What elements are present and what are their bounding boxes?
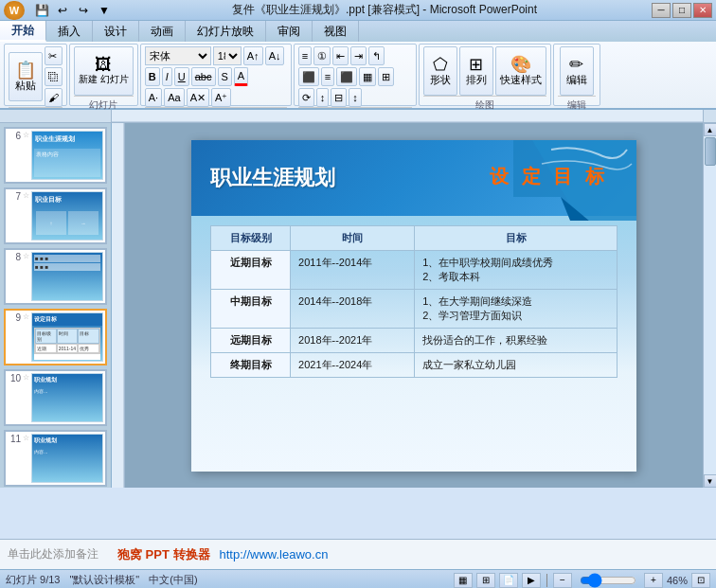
- increase-font-button[interactable]: A↑: [243, 46, 263, 65]
- copy-button[interactable]: ⿻: [45, 67, 63, 86]
- slide-thumb-7[interactable]: 7 ☆ 职业目标 ↑ →: [4, 187, 107, 244]
- number-list-button[interactable]: ①: [313, 46, 331, 65]
- slide-preview-7: 职业目标 ↑ →: [31, 191, 103, 241]
- slide-star-10: ☆: [23, 373, 29, 382]
- maximize-button[interactable]: □: [672, 3, 691, 18]
- slide-thumb-9[interactable]: 9 ☆ 设定目标 目标级别 时间 目标 近期 2011-14 优秀: [4, 309, 107, 365]
- italic-button[interactable]: I: [162, 67, 172, 86]
- bold-button[interactable]: B: [145, 67, 160, 86]
- paste-icon: 📋: [15, 62, 36, 79]
- text-dir-button[interactable]: ⟳: [298, 88, 314, 107]
- tab-insert[interactable]: 插入: [46, 21, 93, 42]
- tab-review[interactable]: 审阅: [266, 21, 313, 42]
- slide-count: 幻灯片 9/13: [6, 573, 60, 587]
- rtl-button[interactable]: ↰: [368, 46, 385, 65]
- table-header-level: 目标级别: [211, 225, 291, 250]
- align-right-button[interactable]: ⬛: [336, 67, 357, 86]
- title-bar: W 💾 ↩ ↪ ▼ 复件《职业生涯规划》.ppt [兼容模式] - Micros…: [0, 0, 716, 21]
- normal-view-button[interactable]: ▦: [454, 573, 473, 588]
- tab-home[interactable]: 开始: [0, 21, 46, 42]
- increase-indent-button[interactable]: ⇥: [350, 46, 367, 65]
- align-left-button[interactable]: ⬛: [298, 67, 319, 86]
- slide-thumb-6[interactable]: 6 ☆ 职业生涯规划 表格内容: [4, 127, 107, 184]
- format-paint-button[interactable]: 🖌: [45, 88, 63, 107]
- tab-slideshow[interactable]: 幻灯片放映: [186, 21, 266, 42]
- notes-placeholder[interactable]: 单击此处添加备注: [8, 546, 98, 562]
- shadow-button[interactable]: S: [218, 67, 232, 86]
- quick-style-icon: 🎨: [510, 56, 531, 73]
- office-button[interactable]: W: [4, 1, 25, 20]
- strikethrough-button[interactable]: abc: [191, 67, 216, 86]
- ribbon-tab-bar: 开始 插入 设计 动画 幻灯片放映 审阅 视图: [0, 21, 716, 42]
- cut-icon: ✂: [48, 50, 57, 62]
- zoom-slider[interactable]: [580, 576, 636, 585]
- font-color2-button[interactable]: A·: [145, 88, 162, 107]
- font-size-select[interactable]: 18: [213, 46, 242, 65]
- save-button[interactable]: 💾: [32, 2, 51, 19]
- row4-time: 2021年--2024年: [291, 352, 415, 377]
- arrange-button[interactable]: ⊞ 排列: [459, 46, 493, 96]
- align-center-button[interactable]: ≡: [321, 67, 334, 86]
- zoom-in-button[interactable]: +: [644, 573, 663, 588]
- redo-button[interactable]: ↪: [74, 2, 93, 19]
- slide-thumb-11[interactable]: 11 ☆ 职业规划 内容...: [4, 430, 107, 487]
- slide-canvas[interactable]: 职业生涯规划 设 定 目 标: [191, 140, 636, 472]
- row4-level: 终期目标: [211, 352, 291, 377]
- slide-thumb-8[interactable]: 8 ☆ ■ ■ ■ ■ ■ ■: [4, 248, 107, 305]
- zoom-out-button[interactable]: −: [553, 573, 572, 588]
- window-controls: ─ □ ✕: [652, 3, 712, 18]
- para-spacing-button[interactable]: ↕: [349, 88, 362, 107]
- slideshow-button[interactable]: ▶: [522, 573, 541, 588]
- notes-url[interactable]: http://www.leawo.cn: [220, 547, 329, 561]
- slide-thumb-10[interactable]: 10 ☆ 职业规划 内容...: [4, 369, 107, 426]
- title-bar-left: W 💾 ↩ ↪ ▼: [4, 0, 117, 21]
- cut-copy-fmt: ✂ ⿻ 🖌: [45, 46, 63, 107]
- edit-button[interactable]: ✏ 编辑: [560, 46, 594, 96]
- underline-button[interactable]: U: [174, 67, 189, 86]
- close-button[interactable]: ✕: [693, 3, 712, 18]
- tab-animation[interactable]: 动画: [139, 21, 186, 42]
- decrease-indent-button[interactable]: ⇤: [332, 46, 349, 65]
- tab-design[interactable]: 设计: [93, 21, 139, 42]
- slide-num-8: 8: [8, 252, 21, 262]
- reading-view-button[interactable]: 📄: [499, 573, 518, 588]
- row2-level: 中期目标: [211, 289, 291, 328]
- font-family-select[interactable]: 宋体: [145, 46, 211, 65]
- justify-button[interactable]: ▦: [359, 67, 376, 86]
- minimize-button[interactable]: ─: [652, 3, 671, 18]
- slide-preview-10: 职业规划 内容...: [31, 373, 103, 422]
- scroll-down-button[interactable]: ▼: [704, 474, 717, 488]
- cut-button[interactable]: ✂: [45, 46, 63, 65]
- table-row-3: 远期目标 2018年--2021年 找份适合的工作，积累经验: [211, 328, 618, 352]
- decrease-font-button[interactable]: A↓: [265, 46, 285, 65]
- align-text-button[interactable]: ↕: [316, 88, 330, 107]
- tab-view[interactable]: 视图: [313, 21, 359, 42]
- arrange-icon: ⊞: [469, 56, 483, 73]
- font-extra-button[interactable]: A⁺: [211, 88, 231, 107]
- table-header-goal: 目标: [415, 225, 618, 250]
- font-color-button[interactable]: A: [234, 67, 248, 86]
- font-size-row2: A· Aa A✕ A⁺: [145, 88, 287, 107]
- slide-num-9: 9: [8, 312, 21, 323]
- slide-sorter-button[interactable]: ⊞: [476, 573, 495, 588]
- shape-button[interactable]: ⬠ 形状: [423, 46, 457, 96]
- scroll-thumb[interactable]: [705, 137, 716, 166]
- format-paint-icon: 🖌: [48, 92, 59, 103]
- row1-goal: 1、在中职学校期间成绩优秀 2、考取本科: [415, 250, 618, 289]
- ruler-svg: for(var i=0;i<64;i++){ var x=i*10; var h…: [112, 110, 703, 123]
- columns-button[interactable]: ⊞: [378, 67, 394, 86]
- scroll-track[interactable]: [704, 136, 716, 474]
- paste-button[interactable]: 📋 粘贴: [9, 52, 43, 101]
- smartart-button[interactable]: ⊟: [331, 88, 347, 107]
- font-aa-button[interactable]: Aa: [164, 88, 184, 107]
- new-slide-button[interactable]: 🖼 新建 幻灯片: [74, 46, 134, 96]
- font-clear-button[interactable]: A✕: [187, 88, 209, 107]
- fit-window-button[interactable]: ⊡: [691, 573, 710, 588]
- quick-style-button[interactable]: 🎨 快速样式: [495, 46, 546, 96]
- slide-title: 职业生涯规划: [210, 164, 335, 192]
- undo-button[interactable]: ↩: [53, 2, 72, 19]
- scroll-up-button[interactable]: ▲: [704, 123, 717, 136]
- slide-background: 职业生涯规划 设 定 目 标: [191, 140, 636, 472]
- qat-dropdown[interactable]: ▼: [95, 2, 114, 19]
- bullet-list-button[interactable]: ≡: [298, 46, 312, 65]
